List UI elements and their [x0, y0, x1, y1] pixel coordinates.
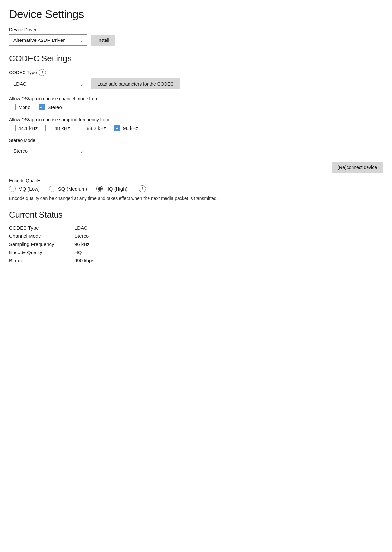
encode-quality-label: Encode Quality	[9, 178, 383, 183]
quality-sq-radio[interactable]	[49, 186, 55, 192]
status-sampling-freq-value: 96 kHz	[74, 241, 383, 247]
codec-type-select-wrapper: LDAC aptX SBC AAC ⌄	[9, 78, 87, 89]
freq-48-item[interactable]: 48 kHz	[45, 125, 70, 131]
reconnect-button-wrapper: (Re)connect device	[9, 162, 383, 173]
stereo-checkbox[interactable]	[39, 104, 45, 110]
quality-mq-label: MQ (Low)	[18, 186, 40, 192]
freq-88-2-item[interactable]: 88.2 kHz	[78, 125, 106, 131]
quality-hq-label: HQ (High)	[105, 186, 128, 192]
freq-96-item[interactable]: 96 kHz	[114, 125, 138, 131]
status-channel-mode-value: Stereo	[74, 233, 383, 239]
channel-mode-section: Allow OS/app to choose channel mode from…	[9, 96, 383, 110]
status-codec-type-value: LDAC	[74, 225, 383, 231]
status-encode-quality-value: HQ	[74, 250, 383, 255]
device-driver-select-wrapper: Alternative A2DP Driver Standard A2DP Dr…	[9, 34, 87, 46]
install-button[interactable]: Install	[91, 35, 115, 46]
quality-mq-radio[interactable]	[9, 186, 16, 192]
stereo-mode-label: Stereo Mode	[9, 138, 383, 143]
freq-44-1-label: 44.1 kHz	[18, 125, 38, 131]
codec-type-input-row: LDAC aptX SBC AAC ⌄ Load safe parameters…	[9, 78, 383, 89]
mono-label: Mono	[18, 105, 31, 110]
status-channel-mode-label: Channel Mode	[9, 233, 74, 239]
channel-mode-group: Mono Stereo	[9, 104, 383, 110]
channel-mode-label: Allow OS/app to choose channel mode from	[9, 96, 383, 101]
freq-48-label: 48 kHz	[55, 125, 70, 131]
stereo-mode-select-wrapper: Stereo Joint Stereo Dual Channel ⌄	[9, 145, 87, 156]
quality-sq-label: SQ (Medium)	[58, 186, 87, 192]
channel-mode-mono[interactable]: Mono	[9, 104, 31, 110]
freq-44-1-checkbox[interactable]	[9, 125, 16, 131]
device-driver-label: Device Driver	[9, 27, 383, 32]
encode-quality-group: MQ (Low) SQ (Medium) HQ (High) i	[9, 185, 383, 192]
status-encode-quality-label: Encode Quality	[9, 250, 74, 255]
sampling-frequency-label: Allow OS/app to choose sampling frequenc…	[9, 117, 383, 122]
device-driver-section: Device Driver Alternative A2DP Driver St…	[9, 27, 383, 46]
encode-quality-section: Encode Quality MQ (Low) SQ (Medium) HQ (…	[9, 178, 383, 202]
mono-checkbox[interactable]	[9, 104, 16, 110]
freq-96-label: 96 kHz	[123, 125, 138, 131]
encode-quality-description: Encode quality can be changed at any tim…	[9, 195, 231, 202]
status-bitrate-value: 990 kbps	[74, 258, 383, 263]
sampling-frequency-group: 44.1 kHz 48 kHz 88.2 kHz 96 kHz	[9, 125, 383, 131]
codec-settings-section: CODEC Settings CODEC Type i LDAC aptX SB…	[9, 54, 383, 202]
freq-88-2-checkbox[interactable]	[78, 125, 84, 131]
status-bitrate-label: Bitrate	[9, 258, 74, 263]
status-codec-type-label: CODEC Type	[9, 225, 74, 231]
current-status-title: Current Status	[9, 210, 383, 220]
quality-mq-item[interactable]: MQ (Low)	[9, 186, 40, 192]
channel-mode-stereo[interactable]: Stereo	[39, 104, 62, 110]
page-title: Device Settings	[9, 8, 383, 21]
freq-48-checkbox[interactable]	[45, 125, 52, 131]
status-sampling-freq-label: Sampling Frequency	[9, 241, 74, 247]
quality-hq-item[interactable]: HQ (High)	[96, 186, 128, 192]
device-driver-select[interactable]: Alternative A2DP Driver Standard A2DP Dr…	[9, 34, 87, 46]
sampling-frequency-section: Allow OS/app to choose sampling frequenc…	[9, 117, 383, 131]
load-safe-params-button[interactable]: Load safe parameters for the CODEC	[91, 78, 180, 89]
encode-quality-info-icon: i	[139, 185, 146, 192]
freq-88-2-label: 88.2 kHz	[87, 125, 106, 131]
codec-type-row: CODEC Type i	[9, 69, 383, 76]
quality-hq-radio[interactable]	[96, 186, 103, 192]
stereo-mode-select[interactable]: Stereo Joint Stereo Dual Channel	[9, 145, 87, 156]
device-driver-row: Alternative A2DP Driver Standard A2DP Dr…	[9, 34, 383, 46]
freq-44-1-item[interactable]: 44.1 kHz	[9, 125, 38, 131]
reconnect-button[interactable]: (Re)connect device	[332, 162, 383, 173]
current-status-section: Current Status CODEC Type LDAC Channel M…	[9, 210, 383, 263]
info-icon: i	[39, 69, 46, 76]
codec-settings-title: CODEC Settings	[9, 54, 383, 64]
stereo-label: Stereo	[48, 105, 62, 110]
stereo-mode-section: Stereo Mode Stereo Joint Stereo Dual Cha…	[9, 138, 383, 156]
freq-96-checkbox[interactable]	[114, 125, 120, 131]
codec-type-select[interactable]: LDAC aptX SBC AAC	[9, 78, 87, 89]
codec-type-label: CODEC Type	[9, 70, 37, 75]
status-table: CODEC Type LDAC Channel Mode Stereo Samp…	[9, 225, 383, 263]
quality-sq-item[interactable]: SQ (Medium)	[49, 186, 87, 192]
